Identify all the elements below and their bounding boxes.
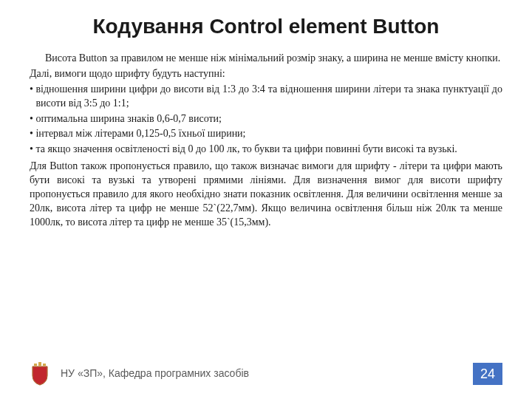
paragraph-intro: Висота Button за правилом не менше ніж м… bbox=[30, 52, 502, 66]
crest-icon bbox=[30, 362, 50, 386]
slide: Кодування Control element Button Висота … bbox=[0, 0, 532, 399]
footer: НУ «ЗП», Кафедра програмних засобів 24 bbox=[30, 359, 502, 389]
page-title: Кодування Control element Button bbox=[30, 15, 502, 38]
body-text: Висота Button за правилом не менше ніж м… bbox=[30, 52, 502, 230]
list-item: відношення ширини цифри до висоти від 1:… bbox=[30, 83, 502, 111]
list-item: оптимальна ширина знаків 0,6-0,7 висоти; bbox=[30, 112, 502, 126]
svg-rect-2 bbox=[43, 364, 46, 366]
page-number-badge: 24 bbox=[473, 363, 502, 385]
footer-text: НУ «ЗП», Кафедра програмних засобів bbox=[61, 368, 473, 379]
svg-rect-1 bbox=[38, 362, 41, 366]
paragraph-lead: Далі, вимоги щодо шрифту будуть наступні… bbox=[30, 67, 502, 81]
list-item: та якщо значення освітленості від 0 до 1… bbox=[30, 143, 502, 157]
bullet-list: відношення ширини цифри до висоти від 1:… bbox=[30, 83, 502, 157]
paragraph-rule: Для Button також пропонується правило, щ… bbox=[30, 160, 502, 229]
svg-rect-0 bbox=[34, 364, 37, 366]
list-item: інтервал між літерами 0,125-0,5 їхньої ш… bbox=[30, 127, 502, 141]
page-number: 24 bbox=[480, 366, 495, 382]
